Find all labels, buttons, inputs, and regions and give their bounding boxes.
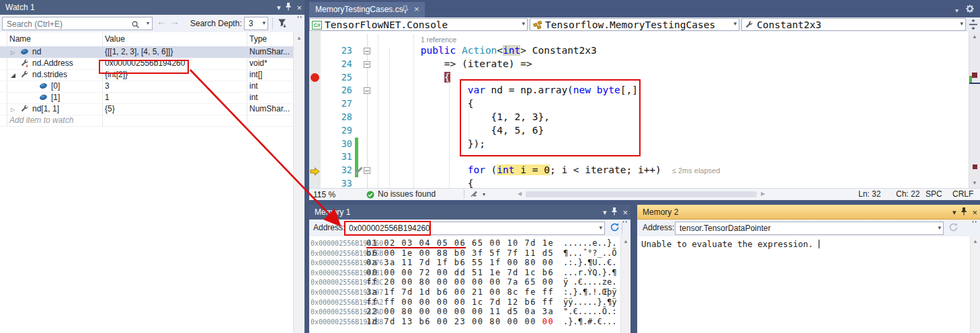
column-header-name[interactable]: Name (9, 34, 31, 44)
watch-row-nd[interactable]: ▷nd{[[1, 2, 3], [4, 5, 6]]}NumShar... (0, 46, 294, 58)
member-dropdown[interactable]: Constant2x3 ▾ (741, 18, 966, 31)
toolbar-overflow-icon[interactable]: '' (622, 220, 628, 228)
memory1-scrollbar[interactable]: ▲ (620, 236, 630, 333)
line-number: 30 (309, 138, 352, 151)
column-header-type[interactable]: Type (249, 34, 267, 44)
expand-icon[interactable]: ▷ (11, 47, 15, 58)
expand-icon[interactable]: ▷ (11, 104, 15, 115)
gear-icon[interactable] (965, 4, 975, 16)
watch-vertical-scrollbar[interactable]: ▲ (293, 32, 304, 333)
collapse-region-icon[interactable] (364, 167, 370, 174)
search-depth-select[interactable]: 3 ▾ (244, 17, 268, 30)
search-icon[interactable] (131, 19, 140, 32)
search-input[interactable] (5, 18, 122, 30)
class-icon (533, 21, 542, 30)
scroll-right-icon[interactable]: ▶ (761, 191, 765, 197)
memory-row: 0x000002556B19426001 02 03 04 05 06 65 0… (309, 238, 621, 248)
code-line-29[interactable]: 29 {4, 5, 6} (309, 124, 969, 138)
editor-group: MemoryTestingCases.cs × ▾ C# TensorFlowN… (309, 0, 980, 200)
window-position-dropdown-icon[interactable]: ▾ (277, 4, 281, 11)
code-text: var nd = np.array(new byte[,] (374, 84, 638, 97)
document-tab[interactable]: MemoryTestingCases.cs × (309, 2, 425, 17)
column-header-value[interactable]: Value (105, 34, 125, 44)
code-line-26[interactable]: 26 var nd = np.array(new byte[,] (309, 84, 969, 97)
perf-tip[interactable]: ≤ 2ms elapsed (672, 166, 720, 175)
code-line-30[interactable]: 30 }); (309, 138, 969, 151)
watch-row-nd-address[interactable]: nd.Address0x000002556b194260void* (0, 58, 294, 70)
zoom-level-select[interactable]: 115 % ▾ (313, 189, 318, 199)
split-editor-icon[interactable] (969, 19, 978, 32)
scroll-up-icon[interactable]: ▲ (623, 238, 628, 244)
memory2-scrollbar[interactable]: ▲ (970, 236, 980, 333)
close-icon[interactable]: × (622, 208, 628, 217)
memory2-content[interactable]: Unable to evaluate the expression. (637, 236, 971, 333)
watch-row-nd-1-1-[interactable]: ▷nd[1, 1]{5}NumShar... (0, 103, 294, 115)
toolbar-overflow-icon[interactable]: '' (297, 15, 303, 23)
code-line-32[interactable]: 32 for (int i = 0; i < iterate; i++)≤ 2m… (309, 164, 969, 177)
memory1-hex-rows: 0x000002556B19426001 02 03 04 05 06 65 0… (309, 236, 621, 333)
close-icon[interactable]: × (414, 5, 419, 13)
code-editor-body[interactable]: 1 reference 23 public Action<int> Consta… (309, 32, 980, 188)
watch-titlebar[interactable]: Watch 1 ▾ × (0, 0, 304, 15)
collapse-region-icon[interactable] (364, 48, 370, 54)
scroll-up-icon[interactable]: ▲ (973, 238, 978, 244)
collapse-icon[interactable]: ◢ (11, 70, 15, 81)
memory2-titlebar[interactable]: Memory 2 ▾ × (637, 205, 980, 220)
close-icon[interactable]: × (972, 208, 977, 217)
code-line-24[interactable]: 24 => (iterate) => (309, 58, 969, 71)
code-line-25[interactable]: 25 { (309, 71, 969, 85)
filter-watch-icon[interactable] (277, 17, 288, 31)
memory2-address-input[interactable]: tensor.TensorDataPointer ▾ (675, 222, 944, 235)
code-line-31[interactable]: 31 (309, 150, 969, 164)
search-back-icon[interactable]: ← (157, 16, 166, 27)
window-position-dropdown-icon[interactable]: ▾ (603, 209, 607, 216)
code-line-23[interactable]: 23 public Action<int> Constant2x3 (309, 44, 969, 58)
refresh-icon[interactable] (610, 222, 620, 235)
code-text: => (iterate) => (374, 58, 532, 71)
watch-type-cell: int (249, 92, 258, 103)
add-item-to-watch-row[interactable]: Add item to watch (0, 115, 294, 127)
pin-icon[interactable] (961, 207, 967, 217)
collapse-region-icon[interactable] (364, 87, 370, 94)
code-line-33[interactable]: 33 { (309, 177, 969, 188)
memory-row: 0x000002556B19426Bb6 00 1e 00 88 b0 3f 5… (309, 248, 621, 258)
memory2-panel: Memory 2 ▾ × Address: tensor.TensorDataP… (637, 205, 980, 333)
code-line-28[interactable]: 28 {1, 2, 3}, (309, 111, 969, 124)
pin-icon[interactable] (285, 3, 292, 12)
scroll-up-icon[interactable]: ▲ (296, 35, 302, 41)
watch-search-box[interactable]: ▾ (2, 17, 153, 30)
search-depth-label: Search Depth: (190, 19, 242, 28)
memory1-address-input[interactable]: 0x000002556B194260 ▾ (344, 222, 605, 235)
chevron-down-icon[interactable]: ▾ (483, 191, 485, 197)
editor-vertical-scrollbar[interactable]: ▲ ▼ (969, 32, 980, 188)
scroll-down-icon[interactable]: ▼ (969, 180, 980, 186)
project-dropdown[interactable]: C# TensorFlowNET.Console ▾ (309, 18, 528, 31)
horizontal-scrollbar-thumb[interactable] (526, 191, 757, 197)
code-line-27[interactable]: 27 { (309, 97, 969, 111)
search-options-dropdown-icon[interactable]: ▾ (147, 20, 149, 26)
close-icon[interactable]: × (296, 3, 302, 12)
search-forward-icon[interactable]: → (170, 16, 179, 27)
watch-row-nd-strides[interactable]: ◢nd.strides{int[2]}int[] (0, 69, 294, 81)
scroll-up-icon[interactable]: ▲ (969, 34, 980, 40)
window-dropdown-icon[interactable]: ▾ (955, 7, 958, 14)
wrench-red-icon (20, 59, 30, 68)
toolbar-separator (272, 17, 273, 29)
collapse-region-icon[interactable] (364, 61, 370, 68)
window-position-dropdown-icon[interactable]: ▾ (952, 209, 956, 216)
code-text: public Action<int> Constant2x3 (374, 44, 597, 58)
pin-icon[interactable] (402, 5, 409, 15)
toolbar-overflow-icon[interactable]: '' (972, 220, 978, 228)
pin-icon[interactable] (611, 207, 618, 217)
memory-row-hex: 3a 1f 7d 1d b6 00 21 00 8c fe ff (366, 287, 554, 297)
scroll-left-icon[interactable]: ◀ (518, 191, 522, 197)
watch-row--0-[interactable]: [0]3int (0, 81, 294, 93)
type-dropdown[interactable]: Tensorflow.MemoryTestingCases ▾ (530, 18, 739, 31)
health-check-icon[interactable] (366, 191, 374, 201)
watch-row--1-[interactable]: [1]1int (0, 92, 294, 104)
memory1-titlebar[interactable]: Memory 1 ▾ × (309, 205, 630, 220)
line-number: 24 (309, 58, 352, 71)
issues-status-text[interactable]: No issues found (378, 189, 436, 199)
chevron-down-icon: ▾ (522, 18, 525, 30)
code-cleanup-broom-icon[interactable] (471, 191, 479, 201)
